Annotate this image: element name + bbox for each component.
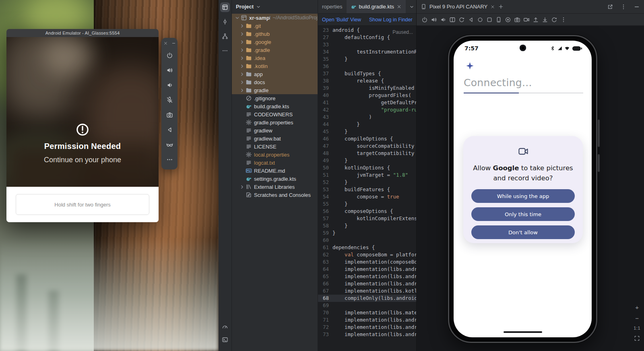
camera-icon[interactable]: [166, 111, 173, 118]
fit-screen-icon[interactable]: [634, 335, 640, 341]
code-line[interactable]: 52 }: [318, 179, 416, 186]
hidden-tabs-dropdown[interactable]: [406, 0, 416, 13]
close-icon[interactable]: [396, 4, 402, 9]
tree-item[interactable]: README.md: [232, 167, 318, 175]
code-line[interactable]: 36: [318, 63, 416, 70]
fold-icon[interactable]: [449, 17, 456, 23]
chevron-right-icon[interactable]: [239, 23, 245, 29]
code-line[interactable]: 60: [318, 237, 416, 244]
code-line[interactable]: 42 "proguard-ru: [318, 106, 416, 114]
code-line[interactable]: 66 implementation(libs.andr: [318, 280, 416, 287]
code-line[interactable]: 53 buildFeatures {: [318, 186, 416, 193]
code-line[interactable]: 37 buildTypes {: [318, 70, 416, 77]
mic-off-icon[interactable]: [166, 97, 173, 103]
video-icon[interactable]: [523, 17, 530, 23]
volume-down-icon[interactable]: [166, 82, 173, 89]
code-line[interactable]: 34 testInstrumentationR: [318, 48, 416, 56]
code-line[interactable]: 47 sourceCompatibility: [318, 142, 416, 150]
tree-item[interactable]: CODEOWNERS: [232, 110, 318, 118]
code-line[interactable]: 71 implementation(libs.andr: [318, 316, 416, 324]
tree-item[interactable]: .gradle: [232, 46, 318, 54]
code-line[interactable]: 51 jvmTarget = "1.8": [318, 171, 416, 179]
code-line[interactable]: 40 proguardFiles(: [318, 92, 416, 99]
zoom-in-button[interactable]: +: [635, 304, 639, 310]
tree-item[interactable]: .gitignore: [232, 94, 318, 102]
code-line[interactable]: 46 compileOptions {: [318, 135, 416, 142]
home-indicator[interactable]: [504, 331, 542, 333]
upload-icon[interactable]: [533, 17, 539, 23]
chevron-right-icon[interactable]: [239, 39, 245, 45]
chevron-down-icon[interactable]: [234, 15, 240, 21]
code-line[interactable]: 33: [318, 41, 416, 48]
tree-item[interactable]: .git: [232, 22, 318, 30]
tree-item[interactable]: .kotlin: [232, 62, 318, 70]
chevron-right-icon[interactable]: [239, 87, 245, 93]
code-line[interactable]: 48 targetCompatibility: [318, 150, 416, 157]
code-line[interactable]: 58 }: [318, 222, 416, 229]
back-icon[interactable]: [166, 126, 173, 133]
tree-item[interactable]: settings.gradle.kts: [232, 175, 318, 183]
code-line[interactable]: 61dependencies {: [318, 244, 416, 251]
open-in-new-icon[interactable]: [607, 4, 613, 10]
screen-record-icon[interactable]: [505, 17, 511, 23]
more-horiz-icon[interactable]: [166, 156, 173, 163]
terminal-icon[interactable]: [220, 335, 230, 345]
show-log-in-finder-link[interactable]: Show Log in Finder: [369, 17, 413, 23]
permission-dialog-button[interactable]: Only this time: [471, 207, 575, 221]
code-line[interactable]: 38 release {: [318, 77, 416, 85]
tree-item[interactable]: gradlew.bat: [232, 134, 318, 142]
minimize-icon[interactable]: [171, 41, 176, 45]
snapshot-icon[interactable]: [551, 17, 557, 23]
tree-item[interactable]: gradle: [232, 86, 318, 94]
code-line[interactable]: 35 }: [318, 56, 416, 63]
volume-up-icon[interactable]: [166, 67, 173, 74]
structure-icon[interactable]: [220, 31, 230, 41]
minimize-icon[interactable]: [634, 4, 640, 10]
gauge-icon[interactable]: [220, 322, 230, 332]
code-line[interactable]: 55 }: [318, 200, 416, 208]
project-panel-header[interactable]: Project: [232, 0, 318, 14]
tree-item[interactable]: gradle.properties: [232, 118, 318, 126]
emulator-camera-view[interactable]: Permission Needed Continue on your phone: [6, 37, 159, 187]
camera-icon[interactable]: [514, 17, 520, 23]
code-editor[interactable]: Paused... 23android {27 defaultConfig {3…: [318, 26, 416, 351]
tree-item[interactable]: LICENSE: [232, 142, 318, 151]
code-line[interactable]: 63 implementation(composeBo: [318, 258, 416, 266]
code-line[interactable]: 59}: [318, 229, 416, 237]
glasses-icon[interactable]: [166, 141, 173, 148]
code-line[interactable]: 73 implementation(libs.andr: [318, 331, 416, 338]
tree-item[interactable]: .google: [232, 38, 318, 46]
tree-item[interactable]: .github: [232, 30, 318, 38]
more-vert-icon[interactable]: [560, 17, 567, 23]
code-line[interactable]: 70 implementation(libs.mate: [318, 309, 416, 316]
code-line[interactable]: 64 implementation(libs.andr: [318, 266, 416, 273]
tab-build-gradle-kts[interactable]: build.gradle.kts: [347, 0, 406, 13]
code-line[interactable]: 56 composeOptions {: [318, 208, 416, 215]
device-tab[interactable]: Pixel 9 Pro API CANARY: [429, 4, 487, 10]
screenshot-icon[interactable]: [495, 17, 502, 23]
tree-item[interactable]: local.properties: [232, 151, 318, 159]
code-line[interactable]: 65 implementation(libs.andr: [318, 273, 416, 280]
code-line[interactable]: 39 isMinifyEnabled: [318, 85, 416, 92]
phone-screen[interactable]: 7:57 Connecting...: [454, 41, 592, 337]
new-tab-icon[interactable]: [498, 4, 504, 10]
permission-dialog-button[interactable]: Don't allow: [471, 225, 575, 239]
tree-item[interactable]: docs: [232, 78, 318, 86]
code-line[interactable]: 45 }: [318, 128, 416, 135]
chevron-right-icon[interactable]: [239, 47, 245, 53]
tree-item[interactable]: gradlew: [232, 126, 318, 134]
code-line[interactable]: 50 kotlinOptions {: [318, 164, 416, 171]
code-line[interactable]: 54 compose = true: [318, 193, 416, 200]
open-build-view-link[interactable]: Open 'Build' View: [322, 17, 361, 23]
power-icon[interactable]: [421, 17, 428, 23]
code-line[interactable]: 41 getDefaultPr: [318, 99, 416, 106]
tree-item[interactable]: app: [232, 70, 318, 78]
download-icon[interactable]: [542, 17, 548, 23]
code-line[interactable]: 49 }: [318, 157, 416, 164]
power-icon[interactable]: [166, 52, 173, 59]
home-icon[interactable]: [477, 17, 483, 23]
code-line[interactable]: 44 }: [318, 121, 416, 128]
tab-gradle-properties[interactable]: roperties: [318, 0, 347, 13]
tree-item[interactable]: xr-samples~/AndroidStudioProj: [232, 14, 318, 22]
close-icon[interactable]: [163, 41, 168, 45]
